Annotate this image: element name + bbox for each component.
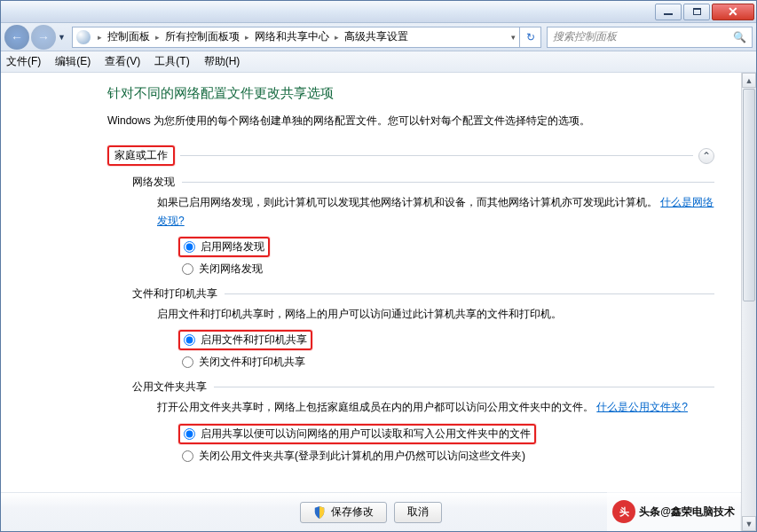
scroll-up-button[interactable]: ▲ (742, 73, 756, 88)
scroll-down-button[interactable]: ▼ (742, 516, 756, 531)
fp-disable-row[interactable]: 关闭文件和打印机共享 (178, 354, 714, 371)
page-title: 针对不同的网络配置文件更改共享选项 (107, 85, 714, 102)
nav-history-dropdown[interactable]: ▼ (58, 33, 68, 42)
profile-header: 家庭或工作 ⌃ (107, 145, 714, 166)
pf-help-link[interactable]: 什么是公用文件夹? (596, 401, 688, 413)
pf-description: 打开公用文件夹共享时，网络上包括家庭组成员在内的用户都可以访问公用文件夹中的文件… (157, 398, 714, 416)
chevron-down-icon[interactable]: ▾ (511, 33, 516, 42)
fp-enable-radio[interactable] (184, 334, 195, 346)
breadcrumb[interactable]: ▸ 控制面板 ▸ 所有控制面板项 ▸ 网络和共享中心 ▸ 高级共享设置 ▾ (72, 27, 520, 48)
pf-disable-row[interactable]: 关闭公用文件夹共享(登录到此计算机的用户仍然可以访问这些文件夹) (178, 448, 714, 465)
profile-name: 家庭或工作 (107, 145, 175, 166)
vertical-scrollbar[interactable]: ▲ ▼ (741, 73, 756, 531)
crumb-control-panel[interactable]: 控制面板 (106, 27, 152, 46)
nd-description: 如果已启用网络发现，则此计算机可以发现其他网络计算机和设备，而其他网络计算机亦可… (157, 193, 714, 230)
nd-disable-radio[interactable] (182, 263, 193, 275)
pf-disable-radio[interactable] (182, 450, 193, 462)
cancel-button[interactable]: 取消 (394, 502, 442, 523)
maximize-icon (693, 8, 701, 15)
scroll-thumb[interactable] (743, 89, 755, 301)
chevron-up-icon: ⌃ (702, 150, 711, 162)
close-icon: ✕ (728, 5, 738, 18)
search-placeholder: 搜索控制面板 (553, 29, 617, 44)
maximize-button[interactable] (683, 4, 710, 20)
content-area: 针对不同的网络配置文件更改共享选项 Windows 为您所使用的每个网络创建单独… (1, 73, 741, 531)
save-button[interactable]: 保存修改 (300, 502, 387, 523)
nd-enable-row[interactable]: 启用网络发现 (178, 237, 270, 257)
search-icon: 🔍 (733, 31, 746, 43)
menu-edit[interactable]: 编辑(E) (55, 54, 91, 69)
nd-disable-row[interactable]: 关闭网络发现 (178, 261, 714, 278)
control-panel-icon (76, 30, 91, 44)
chevron-right-icon: ▸ (155, 33, 160, 42)
close-button[interactable]: ✕ (712, 4, 754, 20)
address-bar: ← → ▼ ▸ 控制面板 ▸ 所有控制面板项 ▸ 网络和共享中心 ▸ 高级共享设… (1, 23, 756, 51)
titlebar: ✕ (1, 1, 756, 23)
watermark: 头 头条@鑫荣电脑技术 (607, 492, 740, 531)
minimize-icon (664, 13, 673, 15)
menu-file[interactable]: 文件(F) (6, 54, 41, 69)
menu-tools[interactable]: 工具(T) (154, 54, 189, 69)
menu-view[interactable]: 查看(V) (105, 54, 140, 69)
fp-enable-row[interactable]: 启用文件和打印机共享 (178, 330, 312, 350)
section-file-printer: 文件和打印机共享 (132, 286, 714, 301)
chevron-right-icon: ▸ (335, 33, 339, 42)
nav-forward-button[interactable]: → (31, 25, 56, 50)
crumb-network-center[interactable]: 网络和共享中心 (253, 27, 331, 46)
nav-back-button[interactable]: ← (4, 25, 29, 50)
minimize-button[interactable] (655, 4, 682, 20)
refresh-button[interactable]: ↻ (520, 27, 541, 48)
pf-enable-radio[interactable] (184, 428, 195, 440)
chevron-right-icon: ▸ (245, 33, 249, 42)
fp-disable-radio[interactable] (182, 356, 193, 368)
window: ✕ ← → ▼ ▸ 控制面板 ▸ 所有控制面板项 ▸ 网络和共享中心 ▸ 高级共… (0, 0, 757, 532)
fp-description: 启用文件和打印机共享时，网络上的用户可以访问通过此计算机共享的文件和打印机。 (157, 305, 714, 323)
pf-enable-row[interactable]: 启用共享以便可以访问网络的用户可以读取和写入公用文件夹中的文件 (178, 424, 536, 444)
watermark-logo-icon: 头 (612, 500, 635, 523)
collapse-button[interactable]: ⌃ (698, 148, 714, 164)
crumb-all-items[interactable]: 所有控制面板项 (163, 27, 241, 46)
section-public-folder: 公用文件夹共享 (132, 379, 714, 395)
nd-enable-radio[interactable] (184, 241, 195, 253)
chevron-right-icon: ▸ (98, 33, 102, 42)
crumb-advanced-sharing[interactable]: 高级共享设置 (343, 27, 410, 46)
section-network-discovery: 网络发现 (132, 175, 714, 190)
search-input[interactable]: 搜索控制面板 🔍 (547, 27, 753, 48)
shield-icon (313, 506, 326, 519)
page-description: Windows 为您所使用的每个网络创建单独的网络配置文件。您可以针对每个配置文… (107, 113, 714, 129)
menu-help[interactable]: 帮助(H) (204, 54, 241, 69)
menu-bar: 文件(F) 编辑(E) 查看(V) 工具(T) 帮助(H) (1, 51, 756, 73)
